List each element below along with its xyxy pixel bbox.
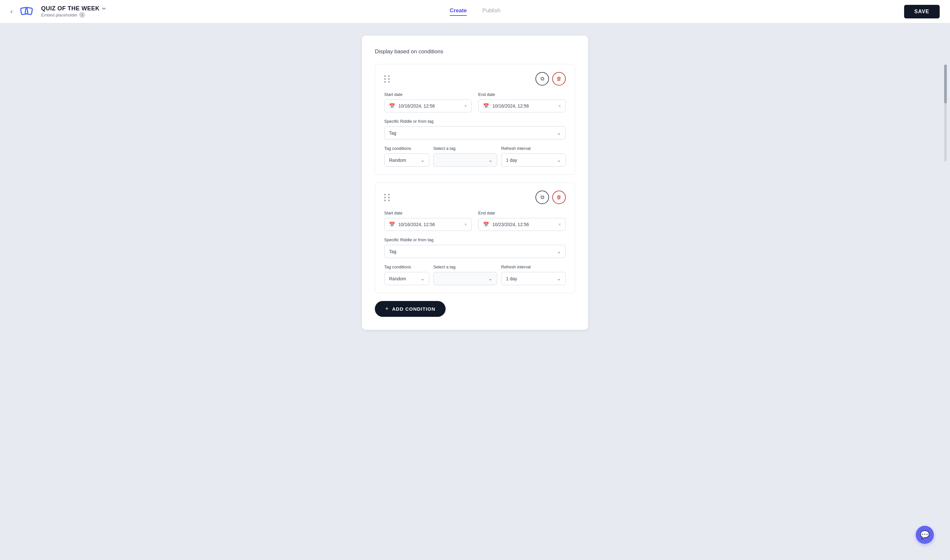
- riddle-value-2: Tag: [389, 249, 396, 254]
- tag-conditions-col-2: Tag conditions Random ⌄: [384, 265, 429, 285]
- scrollbar-thumb[interactable]: [944, 65, 947, 103]
- select-tag-chevron-2: ⌄: [488, 275, 492, 282]
- riddle-chevron-2: ⌄: [557, 248, 561, 254]
- calendar-icon-2: 📅: [389, 222, 395, 228]
- riddle-select-1[interactable]: Tag ⌄: [384, 126, 566, 140]
- clear-end-date-2[interactable]: ×: [558, 222, 561, 227]
- condition-block-1: ⧉ 🗑 Start date 📅 10/16/2024, 12:56 × End…: [375, 64, 575, 175]
- subtitle-text: Embed placeholder: [41, 12, 77, 17]
- header-right: SAVE: [904, 5, 940, 18]
- refresh-value-2: 1 day: [506, 276, 517, 281]
- select-tag-select-2[interactable]: ⌄: [433, 272, 497, 285]
- tag-conditions-chevron-2: ⌄: [420, 275, 424, 282]
- header-left: ‹ QUIZ OF THE WEEK ✏ Embed placeholder i: [10, 3, 106, 20]
- condition-header-1: ⧉ 🗑: [384, 72, 566, 86]
- tag-conditions-value-2: Random: [389, 276, 406, 281]
- logo-icon: [19, 3, 36, 20]
- refresh-value-1: 1 day: [506, 158, 517, 163]
- end-date-input-2[interactable]: 📅 10/23/2024, 12:56 ×: [478, 218, 566, 231]
- copy-button-1[interactable]: ⧉: [535, 72, 549, 86]
- clear-start-date-1[interactable]: ×: [464, 103, 467, 109]
- select-tag-chevron-1: ⌄: [488, 157, 492, 163]
- condition-header-2: ⧉ 🗑: [384, 191, 566, 204]
- select-tag-col-2: Select a tag ⌄: [433, 265, 497, 285]
- riddle-label-2: Specific Riddle or from tag: [384, 237, 566, 242]
- chat-button[interactable]: 💬: [916, 526, 934, 544]
- start-date-field-2: Start date 📅 10/16/2024, 12:56 ×: [384, 211, 472, 231]
- tag-conditions-select-2[interactable]: Random ⌄: [384, 272, 429, 285]
- drag-handle-1[interactable]: [384, 75, 391, 83]
- chat-icon: 💬: [920, 530, 930, 539]
- condition-block-2: ⧉ 🗑 Start date 📅 10/16/2024, 12:56 × End…: [375, 183, 575, 293]
- clear-start-date-2[interactable]: ×: [464, 222, 467, 227]
- end-date-input-1[interactable]: 📅 10/16/2024, 12:56 ×: [478, 100, 566, 112]
- tag-conditions-value-1: Random: [389, 158, 406, 163]
- start-date-value-2: 10/16/2024, 12:56: [398, 222, 435, 227]
- end-date-value-2: 10/23/2024, 12:56: [492, 222, 529, 227]
- end-date-label-2: End date: [478, 211, 566, 215]
- refresh-col-2: Refresh interval 1 day ⌄: [501, 265, 566, 285]
- start-date-input-2[interactable]: 📅 10/16/2024, 12:56 ×: [384, 218, 472, 231]
- calendar-icon-end-1: 📅: [483, 103, 489, 109]
- tag-row-2: Tag conditions Random ⌄ Select a tag ⌄ R…: [384, 265, 566, 285]
- refresh-select-1[interactable]: 1 day ⌄: [501, 154, 566, 167]
- riddle-value-1: Tag: [389, 131, 396, 135]
- main-content: Display based on conditions ⧉ 🗑 Start da…: [0, 0, 950, 349]
- tag-conditions-label-1: Tag conditions: [384, 146, 429, 151]
- add-condition-button[interactable]: + ADD CONDITION: [375, 301, 446, 317]
- tag-conditions-col-1: Tag conditions Random ⌄: [384, 146, 429, 167]
- select-tag-select-1[interactable]: ⌄: [433, 154, 497, 167]
- refresh-label-1: Refresh interval: [501, 146, 566, 151]
- tag-conditions-chevron-1: ⌄: [420, 157, 424, 163]
- refresh-label-2: Refresh interval: [501, 265, 566, 269]
- riddle-field-2: Specific Riddle or from tag Tag ⌄: [384, 237, 566, 258]
- delete-button-1[interactable]: 🗑: [552, 72, 566, 86]
- riddle-field-1: Specific Riddle or from tag Tag ⌄: [384, 119, 566, 140]
- date-row-1: Start date 📅 10/16/2024, 12:56 × End dat…: [384, 92, 566, 112]
- add-condition-label: ADD CONDITION: [392, 306, 436, 312]
- date-row-2: Start date 📅 10/16/2024, 12:56 × End dat…: [384, 211, 566, 231]
- info-icon[interactable]: i: [79, 12, 85, 18]
- plus-icon: +: [385, 306, 389, 312]
- header-subtitle: Embed placeholder i: [41, 12, 106, 18]
- nav-create[interactable]: Create: [450, 8, 467, 16]
- clear-end-date-1[interactable]: ×: [558, 103, 561, 109]
- start-date-label-2: Start date: [384, 211, 472, 215]
- select-tag-label-1: Select a tag: [433, 146, 497, 151]
- refresh-chevron-1: ⌄: [557, 157, 561, 163]
- tag-row-1: Tag conditions Random ⌄ Select a tag ⌄ R…: [384, 146, 566, 167]
- calendar-icon-1: 📅: [389, 103, 395, 109]
- condition-actions-2: ⧉ 🗑: [535, 191, 566, 204]
- riddle-select-2[interactable]: Tag ⌄: [384, 245, 566, 258]
- calendar-icon-end-2: 📅: [483, 222, 489, 228]
- refresh-select-2[interactable]: 1 day ⌄: [501, 272, 566, 285]
- scrollbar[interactable]: [944, 65, 947, 162]
- end-date-label-1: End date: [478, 92, 566, 97]
- delete-button-2[interactable]: 🗑: [552, 191, 566, 204]
- select-tag-label-2: Select a tag: [433, 265, 497, 269]
- end-date-field-2: End date 📅 10/23/2024, 12:56 ×: [478, 211, 566, 231]
- header-nav: Create Publish: [450, 8, 501, 16]
- select-tag-col-1: Select a tag ⌄: [433, 146, 497, 167]
- riddle-chevron-1: ⌄: [557, 130, 561, 136]
- save-button[interactable]: SAVE: [904, 5, 940, 18]
- copy-button-2[interactable]: ⧉: [535, 191, 549, 204]
- tag-conditions-label-2: Tag conditions: [384, 265, 429, 269]
- edit-icon[interactable]: ✏: [102, 6, 106, 11]
- nav-publish[interactable]: Publish: [483, 8, 501, 16]
- header-title-block: QUIZ OF THE WEEK ✏ Embed placeholder i: [41, 5, 106, 18]
- end-date-value-1: 10/16/2024, 12:56: [492, 103, 529, 109]
- start-date-input-1[interactable]: 📅 10/16/2024, 12:56 ×: [384, 100, 472, 112]
- start-date-field-1: Start date 📅 10/16/2024, 12:56 ×: [384, 92, 472, 112]
- riddle-label-1: Specific Riddle or from tag: [384, 119, 566, 124]
- back-button[interactable]: ‹: [10, 8, 12, 16]
- conditions-panel: Display based on conditions ⧉ 🗑 Start da…: [362, 35, 588, 330]
- refresh-col-1: Refresh interval 1 day ⌄: [501, 146, 566, 167]
- refresh-chevron-2: ⌄: [557, 275, 561, 282]
- svg-rect-1: [25, 7, 32, 15]
- tag-conditions-select-1[interactable]: Random ⌄: [384, 154, 429, 167]
- title-text: QUIZ OF THE WEEK: [41, 5, 100, 12]
- start-date-value-1: 10/16/2024, 12:56: [398, 103, 435, 109]
- panel-title: Display based on conditions: [375, 48, 575, 55]
- drag-handle-2[interactable]: [384, 194, 391, 201]
